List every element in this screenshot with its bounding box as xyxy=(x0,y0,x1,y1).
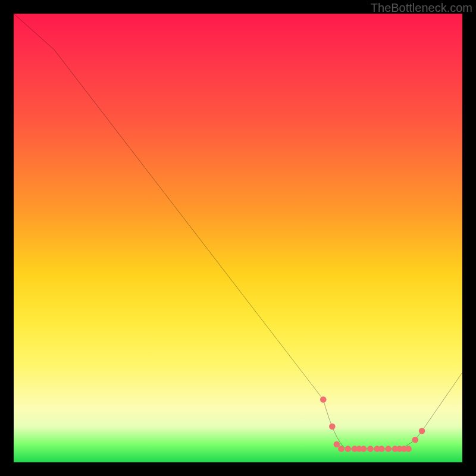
svg-point-4 xyxy=(345,446,351,452)
highlight-dots xyxy=(320,396,425,452)
svg-point-0 xyxy=(320,396,327,403)
svg-point-1 xyxy=(329,423,336,430)
plot-area xyxy=(14,14,462,462)
bottleneck-curve xyxy=(14,14,462,462)
svg-point-15 xyxy=(405,446,412,452)
svg-point-3 xyxy=(338,446,345,452)
chart-stage: TheBottleneck.com xyxy=(0,0,476,476)
svg-point-11 xyxy=(385,446,392,452)
svg-point-8 xyxy=(367,446,374,452)
svg-point-7 xyxy=(361,446,367,452)
curve-path xyxy=(14,14,462,449)
svg-point-10 xyxy=(378,446,385,452)
svg-point-17 xyxy=(419,428,425,434)
svg-point-2 xyxy=(334,441,340,448)
attribution-text: TheBottleneck.com xyxy=(371,1,472,15)
svg-point-16 xyxy=(412,437,419,443)
